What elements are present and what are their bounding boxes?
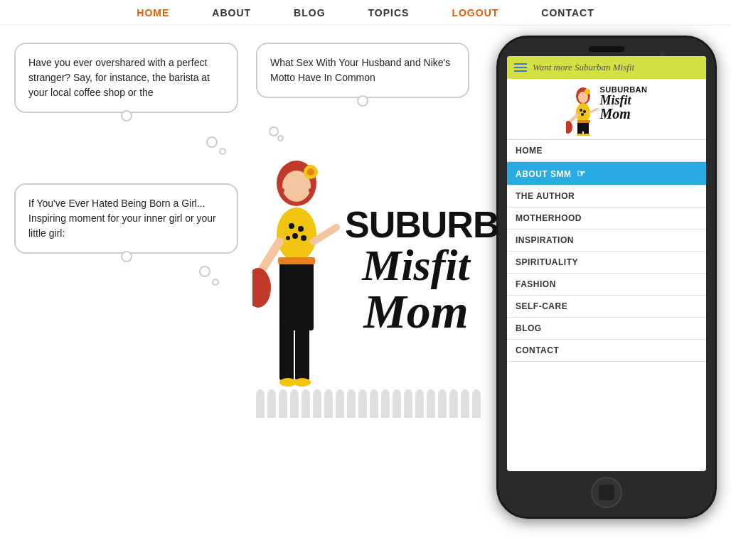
svg-point-23 bbox=[585, 89, 590, 95]
bubble3-text: If You've Ever Hated Being Born a Girl..… bbox=[28, 198, 216, 239]
svg-point-15 bbox=[294, 378, 311, 387]
bubble1-dot-small bbox=[219, 148, 226, 155]
phone-header-bar: Want more Suburban Misfit bbox=[507, 56, 706, 79]
phone-logo-mom: Mom bbox=[600, 107, 648, 121]
bubble2-text: What Sex With Your Husband and Nike's Mo… bbox=[270, 57, 450, 83]
bubble1-text: Have you ever overshared with a perfect … bbox=[28, 57, 210, 98]
phone-nav-fashion[interactable]: FASHION bbox=[507, 274, 706, 296]
phone-camera bbox=[659, 50, 665, 56]
svg-rect-11 bbox=[278, 257, 315, 264]
phone-nav-inspiration[interactable]: INSPIRATION bbox=[507, 230, 706, 252]
svg-point-5 bbox=[289, 223, 294, 229]
svg-point-27 bbox=[581, 113, 584, 116]
site-logo-text: SUBURBAN Misfit Mom bbox=[345, 206, 487, 335]
svg-point-19 bbox=[280, 188, 284, 193]
phone-figure-icon bbox=[566, 86, 600, 136]
svg-point-17 bbox=[252, 268, 271, 308]
illustration-figure bbox=[252, 149, 345, 419]
phone-nav-contact[interactable]: CONTACT bbox=[507, 340, 706, 362]
svg-rect-12 bbox=[279, 323, 294, 380]
speech-bubble-1: Have you ever overshared with a perfect … bbox=[14, 43, 238, 113]
svg-rect-29 bbox=[577, 120, 590, 123]
logo-line1: SUBURBAN bbox=[345, 206, 487, 243]
bubble3-dot-small bbox=[212, 279, 219, 286]
svg-rect-28 bbox=[577, 122, 589, 131]
phone-nav-motherhood[interactable]: MOTHERHOOD bbox=[507, 208, 706, 230]
svg-point-25 bbox=[580, 109, 582, 112]
phone-screen: Want more Suburban Misfit bbox=[507, 56, 706, 471]
center-logo-area: SUBURBAN Misfit Mom bbox=[252, 149, 487, 426]
phone-nav-spirituality[interactable]: SPIRITUALITY bbox=[507, 252, 706, 274]
phone-home-button-inner bbox=[599, 485, 614, 500]
phone-nav-list: HOME ABOUT SMM ☞ THE AUTHOR MOTHERHOOD I… bbox=[507, 139, 706, 471]
svg-point-26 bbox=[583, 110, 586, 113]
phone-nav-about-smm[interactable]: ABOUT SMM ☞ bbox=[507, 162, 706, 185]
bubble2-dot-large bbox=[269, 126, 279, 136]
logo-line2: Misfit bbox=[345, 243, 487, 287]
phone-nav-blog[interactable]: BLOG bbox=[507, 318, 706, 340]
svg-rect-13 bbox=[295, 323, 309, 380]
cursor-pointer: ☞ bbox=[577, 168, 587, 179]
svg-point-35 bbox=[566, 121, 572, 134]
speech-bubble-2: What Sex With Your Husband and Nike's Mo… bbox=[256, 43, 469, 98]
phone-nav-self-care[interactable]: SELF-CARE bbox=[507, 296, 706, 318]
mobile-phone-mockup: Want more Suburban Misfit bbox=[496, 36, 717, 519]
svg-point-7 bbox=[292, 233, 298, 239]
nav-logout[interactable]: LOGOUT bbox=[452, 7, 498, 18]
svg-line-36 bbox=[589, 109, 597, 113]
logo-line3: Mom bbox=[345, 287, 487, 335]
bubble3-dot-large bbox=[199, 266, 210, 277]
phone-home-button[interactable] bbox=[591, 477, 622, 508]
svg-point-8 bbox=[301, 235, 306, 241]
phone-logo-misfit: Misfit bbox=[600, 94, 648, 107]
phone-logo-area: SUBURBAN Misfit Mom bbox=[507, 79, 706, 139]
svg-line-18 bbox=[314, 227, 336, 242]
svg-point-9 bbox=[286, 236, 290, 240]
svg-line-16 bbox=[260, 242, 279, 274]
phone-header-text: Want more Suburban Misfit bbox=[533, 62, 634, 73]
nav-topics[interactable]: TOPICS bbox=[368, 7, 410, 18]
nav-about[interactable]: ABOUT bbox=[212, 7, 251, 18]
phone-nav-home[interactable]: HOME bbox=[507, 140, 706, 162]
phone-logo-text: SUBURBAN Misfit Mom bbox=[600, 86, 648, 136]
main-nav: HOME ABOUT BLOG TOPICS LOGOUT CONTACT bbox=[0, 0, 731, 26]
nav-home[interactable]: HOME bbox=[137, 7, 169, 18]
bubble2-dot-small bbox=[277, 135, 284, 141]
bubble1-dot-large bbox=[206, 136, 218, 148]
svg-point-3 bbox=[307, 168, 314, 176]
nav-blog[interactable]: BLOG bbox=[294, 7, 325, 18]
speech-bubble-3: If You've Ever Hated Being Born a Girl..… bbox=[14, 183, 238, 254]
svg-point-6 bbox=[298, 226, 304, 232]
phone-nav-the-author[interactable]: THE AUTHOR bbox=[507, 185, 706, 208]
svg-point-20 bbox=[309, 188, 313, 193]
nav-contact[interactable]: CONTACT bbox=[541, 7, 594, 18]
phone-speaker bbox=[589, 46, 624, 52]
hamburger-icon[interactable] bbox=[514, 63, 527, 72]
svg-rect-10 bbox=[279, 259, 314, 330]
